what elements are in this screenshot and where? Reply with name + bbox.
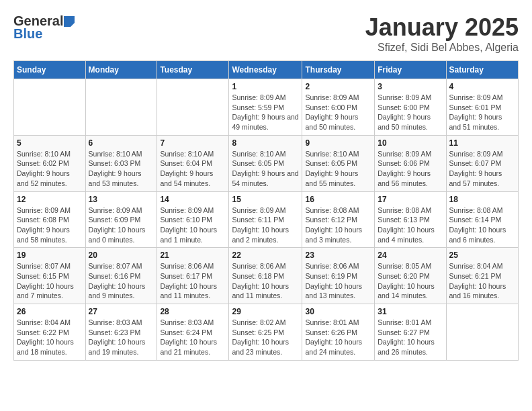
day-number: 22 — [232, 250, 299, 260]
day-info: Sunrise: 8:04 AM Sunset: 6:22 PM Dayligh… — [17, 318, 83, 357]
day-number: 30 — [305, 307, 371, 316]
day-info: Sunrise: 8:09 AM Sunset: 6:06 PM Dayligh… — [378, 149, 443, 189]
day-number: 17 — [378, 195, 443, 204]
weekday-header: Friday — [375, 61, 446, 79]
calendar-cell: 27Sunrise: 8:03 AM Sunset: 6:23 PM Dayli… — [85, 304, 157, 361]
day-info: Sunrise: 8:03 AM Sunset: 6:23 PM Dayligh… — [89, 318, 154, 357]
calendar-cell: 6Sunrise: 8:10 AM Sunset: 6:03 PM Daylig… — [85, 135, 157, 191]
day-number: 16 — [305, 195, 371, 204]
day-info: Sunrise: 8:10 AM Sunset: 6:05 PM Dayligh… — [232, 149, 299, 189]
weekday-header: Monday — [85, 61, 157, 79]
day-info: Sunrise: 8:10 AM Sunset: 6:02 PM Dayligh… — [17, 149, 83, 189]
subtitle: Sfizef, Sidi Bel Abbes, Algeria — [365, 42, 519, 54]
calendar-cell: 21Sunrise: 8:06 AM Sunset: 6:17 PM Dayli… — [157, 248, 229, 304]
calendar-cell: 4Sunrise: 8:09 AM Sunset: 6:01 PM Daylig… — [446, 79, 518, 136]
calendar-cell: 16Sunrise: 8:08 AM Sunset: 6:12 PM Dayli… — [302, 191, 375, 248]
calendar-cell: 19Sunrise: 8:07 AM Sunset: 6:15 PM Dayli… — [14, 248, 86, 304]
calendar-cell: 11Sunrise: 8:09 AM Sunset: 6:07 PM Dayli… — [446, 135, 518, 191]
day-info: Sunrise: 8:01 AM Sunset: 6:26 PM Dayligh… — [305, 318, 371, 357]
day-number: 10 — [378, 138, 443, 148]
day-number: 26 — [17, 307, 83, 316]
logo-icon — [64, 16, 75, 27]
day-info: Sunrise: 8:09 AM Sunset: 6:08 PM Dayligh… — [17, 205, 83, 245]
calendar-cell — [157, 79, 229, 136]
day-info: Sunrise: 8:04 AM Sunset: 6:21 PM Dayligh… — [449, 261, 515, 301]
day-info: Sunrise: 8:09 AM Sunset: 6:11 PM Dayligh… — [232, 205, 299, 245]
logo: General Blue — [13, 13, 75, 42]
day-info: Sunrise: 8:09 AM Sunset: 5:59 PM Dayligh… — [232, 93, 299, 132]
day-number: 11 — [449, 138, 515, 148]
day-info: Sunrise: 8:05 AM Sunset: 6:20 PM Dayligh… — [378, 261, 443, 301]
calendar-cell: 12Sunrise: 8:09 AM Sunset: 6:08 PM Dayli… — [14, 191, 86, 248]
day-info: Sunrise: 8:09 AM Sunset: 6:01 PM Dayligh… — [449, 93, 515, 132]
day-info: Sunrise: 8:09 AM Sunset: 6:00 PM Dayligh… — [378, 93, 443, 132]
weekday-header: Saturday — [446, 61, 518, 79]
day-info: Sunrise: 8:02 AM Sunset: 6:25 PM Dayligh… — [232, 318, 299, 357]
calendar-cell: 1Sunrise: 8:09 AM Sunset: 5:59 PM Daylig… — [229, 79, 302, 136]
calendar-cell: 23Sunrise: 8:06 AM Sunset: 6:19 PM Dayli… — [302, 248, 375, 304]
day-number: 1 — [232, 82, 299, 91]
calendar-cell: 22Sunrise: 8:06 AM Sunset: 6:18 PM Dayli… — [229, 248, 302, 304]
day-info: Sunrise: 8:08 AM Sunset: 6:14 PM Dayligh… — [449, 205, 515, 245]
calendar-cell: 5Sunrise: 8:10 AM Sunset: 6:02 PM Daylig… — [14, 135, 86, 191]
weekday-header: Tuesday — [157, 61, 229, 79]
calendar-table: SundayMondayTuesdayWednesdayThursdayFrid… — [13, 60, 519, 361]
day-info: Sunrise: 8:06 AM Sunset: 6:17 PM Dayligh… — [160, 261, 226, 301]
day-info: Sunrise: 8:01 AM Sunset: 6:27 PM Dayligh… — [378, 318, 443, 357]
calendar-week-row: 12Sunrise: 8:09 AM Sunset: 6:08 PM Dayli… — [14, 191, 519, 248]
calendar-cell: 15Sunrise: 8:09 AM Sunset: 6:11 PM Dayli… — [229, 191, 302, 248]
calendar-cell: 2Sunrise: 8:09 AM Sunset: 6:00 PM Daylig… — [302, 79, 375, 136]
calendar-cell — [14, 79, 86, 136]
day-info: Sunrise: 8:06 AM Sunset: 6:18 PM Dayligh… — [232, 261, 299, 301]
day-number: 8 — [232, 138, 299, 148]
day-info: Sunrise: 8:09 AM Sunset: 6:09 PM Dayligh… — [89, 205, 154, 245]
calendar-cell: 7Sunrise: 8:10 AM Sunset: 6:04 PM Daylig… — [157, 135, 229, 191]
weekday-header: Thursday — [302, 61, 375, 79]
day-info: Sunrise: 8:06 AM Sunset: 6:19 PM Dayligh… — [305, 261, 371, 301]
calendar-cell: 28Sunrise: 8:03 AM Sunset: 6:24 PM Dayli… — [157, 304, 229, 361]
svg-marker-0 — [64, 16, 75, 27]
title-block: January 2025 Sfizef, Sidi Bel Abbes, Alg… — [365, 13, 519, 54]
calendar-cell: 31Sunrise: 8:01 AM Sunset: 6:27 PM Dayli… — [375, 304, 446, 361]
logo-blue: Blue — [13, 26, 42, 42]
weekday-header: Sunday — [14, 61, 86, 79]
calendar-cell: 13Sunrise: 8:09 AM Sunset: 6:09 PM Dayli… — [85, 191, 157, 248]
day-info: Sunrise: 8:10 AM Sunset: 6:04 PM Dayligh… — [160, 149, 226, 189]
day-info: Sunrise: 8:03 AM Sunset: 6:24 PM Dayligh… — [160, 318, 226, 357]
weekday-header: Wednesday — [229, 61, 302, 79]
calendar-cell: 29Sunrise: 8:02 AM Sunset: 6:25 PM Dayli… — [229, 304, 302, 361]
day-info: Sunrise: 8:07 AM Sunset: 6:15 PM Dayligh… — [17, 261, 83, 301]
calendar-cell: 17Sunrise: 8:08 AM Sunset: 6:13 PM Dayli… — [375, 191, 446, 248]
calendar-cell: 25Sunrise: 8:04 AM Sunset: 6:21 PM Dayli… — [446, 248, 518, 304]
day-info: Sunrise: 8:09 AM Sunset: 6:10 PM Dayligh… — [160, 205, 226, 245]
day-info: Sunrise: 8:08 AM Sunset: 6:13 PM Dayligh… — [378, 205, 443, 245]
calendar-header-row: SundayMondayTuesdayWednesdayThursdayFrid… — [14, 61, 519, 79]
day-number: 13 — [89, 195, 154, 204]
day-number: 31 — [378, 307, 443, 316]
day-number: 24 — [378, 250, 443, 260]
calendar-cell — [446, 304, 518, 361]
calendar-cell: 24Sunrise: 8:05 AM Sunset: 6:20 PM Dayli… — [375, 248, 446, 304]
day-number: 25 — [449, 250, 515, 260]
day-number: 21 — [160, 250, 226, 260]
calendar-cell: 26Sunrise: 8:04 AM Sunset: 6:22 PM Dayli… — [14, 304, 86, 361]
day-number: 12 — [17, 195, 83, 204]
day-number: 19 — [17, 250, 83, 260]
calendar-cell: 20Sunrise: 8:07 AM Sunset: 6:16 PM Dayli… — [85, 248, 157, 304]
calendar-cell — [85, 79, 157, 136]
calendar-week-row: 19Sunrise: 8:07 AM Sunset: 6:15 PM Dayli… — [14, 248, 519, 304]
day-number: 23 — [305, 250, 371, 260]
day-info: Sunrise: 8:09 AM Sunset: 6:07 PM Dayligh… — [449, 149, 515, 189]
calendar-cell: 10Sunrise: 8:09 AM Sunset: 6:06 PM Dayli… — [375, 135, 446, 191]
day-number: 18 — [449, 195, 515, 204]
day-number: 5 — [17, 138, 83, 148]
day-info: Sunrise: 8:10 AM Sunset: 6:05 PM Dayligh… — [305, 149, 371, 189]
page-header: General Blue January 2025 Sfizef, Sidi B… — [13, 13, 519, 54]
day-number: 20 — [89, 250, 154, 260]
calendar-cell: 8Sunrise: 8:10 AM Sunset: 6:05 PM Daylig… — [229, 135, 302, 191]
day-number: 6 — [89, 138, 154, 148]
calendar-cell: 18Sunrise: 8:08 AM Sunset: 6:14 PM Dayli… — [446, 191, 518, 248]
day-info: Sunrise: 8:09 AM Sunset: 6:00 PM Dayligh… — [305, 93, 371, 132]
month-title: January 2025 — [365, 13, 519, 42]
day-number: 2 — [305, 82, 371, 91]
